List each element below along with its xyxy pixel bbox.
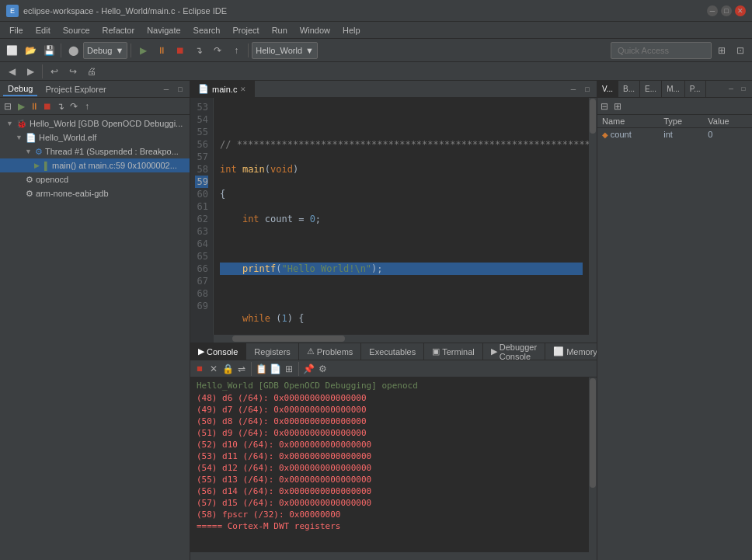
collapse-all-button[interactable]: ⊟: [2, 100, 14, 113]
tab-terminal[interactable]: ▣ Terminal: [424, 343, 483, 360]
console-settings-button[interactable]: ⚙: [316, 363, 329, 375]
step-over-button[interactable]: ↷: [209, 42, 226, 59]
col-type: Type: [659, 115, 703, 128]
right-minimize-button[interactable]: ─: [726, 84, 736, 95]
maximize-panel-button[interactable]: □: [174, 83, 186, 96]
tab-problems[interactable]: ⚠ Problems: [299, 343, 361, 360]
console-scroll-lock-button[interactable]: 🔒: [221, 363, 234, 375]
tab-variables[interactable]: V...: [597, 81, 618, 97]
editor-maximize-button[interactable]: □: [581, 83, 594, 96]
tab-debugger-console[interactable]: ▶ Debugger Console: [483, 343, 545, 360]
maximize-button[interactable]: □: [721, 5, 732, 16]
editor-minimize-button[interactable]: ─: [567, 83, 580, 96]
open-button[interactable]: 📂: [22, 42, 39, 59]
code-editor[interactable]: // *************************************…: [214, 98, 589, 335]
elf-expand-icon: ▼: [16, 134, 23, 141]
minimize-panel-button[interactable]: ─: [160, 83, 172, 96]
menu-item-run[interactable]: Run: [266, 22, 294, 39]
quick-access-input[interactable]: [611, 42, 712, 59]
right-h-scrollbar[interactable]: [597, 552, 752, 560]
tab-debug[interactable]: Debug: [3, 82, 37, 96]
redo-button[interactable]: ↪: [64, 63, 82, 80]
tab-breakpoints[interactable]: B...: [618, 81, 640, 97]
menu-item-navigate[interactable]: Navigate: [141, 22, 186, 39]
console-v-scrollbar[interactable]: [589, 377, 597, 560]
center-area: 📄 main.c ✕ ─ □ 5354555657 585960 6162636…: [190, 81, 597, 560]
close-button[interactable]: ✕: [735, 5, 746, 16]
editor-tab-bar: 📄 main.c ✕ ─ □: [190, 81, 597, 98]
project-dropdown[interactable]: Hello_World ▼: [252, 42, 318, 59]
tree-item-thread[interactable]: ▼ ⚙ Thread #1 (Suspended : Breakpo...: [0, 144, 190, 158]
new-button[interactable]: ⬜: [3, 42, 20, 59]
resume-button[interactable]: ▶: [134, 42, 151, 59]
editor-horizontal-scrollbar[interactable]: [190, 335, 597, 343]
tab-console[interactable]: ▶ Console: [190, 343, 246, 360]
editor-vertical-scrollbar[interactable]: [589, 98, 597, 335]
tab-processes[interactable]: P...: [685, 81, 706, 97]
menu-item-search[interactable]: Search: [187, 22, 227, 39]
project-dropdown-arrow: ▼: [305, 46, 314, 55]
debug-config-label: Debug: [87, 46, 112, 55]
console-output[interactable]: Hello_World [GDB OpenOCD Debugging] open…: [190, 377, 589, 552]
right-maximize-button[interactable]: □: [738, 84, 749, 95]
menu-item-source[interactable]: Source: [57, 22, 96, 39]
console-clear-button[interactable]: ✕: [207, 363, 220, 375]
minimize-button[interactable]: ─: [707, 5, 718, 16]
tab-modules[interactable]: M...: [662, 81, 685, 97]
debug-step-over-button[interactable]: ↷: [68, 100, 80, 113]
menu-item-window[interactable]: Window: [294, 22, 336, 39]
menu-item-refactor[interactable]: Refactor: [96, 22, 141, 39]
step-return-button[interactable]: ↑: [228, 42, 245, 59]
save-button[interactable]: 💾: [40, 42, 57, 59]
tree-item-hello-world-debug[interactable]: ▼ 🐞 Hello_World [GDB OpenOCD Debuggi...: [0, 117, 190, 130]
vars-collapse-button[interactable]: ⊟: [598, 100, 611, 113]
menu-item-edit[interactable]: Edit: [30, 22, 57, 39]
project-name-label: Hello_World: [256, 46, 302, 55]
tab-project-explorer[interactable]: Project Explorer: [40, 83, 110, 96]
console-select-all-button[interactable]: ⊞: [283, 363, 295, 375]
console-h-scrollbar[interactable]: [190, 552, 589, 560]
tree-item-main-frame[interactable]: ▶ ▌ main() at main.c:59 0x1000002...: [0, 158, 190, 172]
debug-suspend-button[interactable]: ⏸: [28, 100, 40, 113]
console-tab-label: Console: [207, 347, 238, 357]
debug-stop-button[interactable]: ⏹: [41, 100, 54, 113]
suspend-button[interactable]: ⏸: [153, 42, 170, 59]
tab-executables[interactable]: Executables: [361, 343, 424, 360]
print-button[interactable]: 🖨: [83, 63, 100, 80]
tab-expressions[interactable]: E...: [640, 81, 662, 97]
menu-item-project[interactable]: Project: [226, 22, 265, 39]
debug-step-into-button[interactable]: ↴: [54, 100, 67, 113]
tab-close-icon[interactable]: ✕: [240, 85, 246, 93]
stop-button[interactable]: ⏹: [172, 42, 189, 59]
bottom-tab-bar: ▶ Console Registers ⚠ Problems Executabl…: [190, 343, 597, 360]
debug-config-dropdown[interactable]: Debug ▼: [83, 42, 127, 59]
console-copy-button[interactable]: 📋: [255, 363, 267, 375]
debug-step-return-button[interactable]: ↑: [81, 100, 93, 113]
variable-row-count[interactable]: ◆ count int 0: [597, 128, 752, 141]
debug-resume-button[interactable]: ▶: [15, 100, 27, 113]
menu-item-file[interactable]: File: [3, 22, 30, 39]
tree-item-gdb[interactable]: ▶ ⚙ arm-none-eabi-gdb: [0, 186, 190, 200]
debug-prev-button[interactable]: ⬤: [64, 42, 82, 59]
vars-expand-button[interactable]: ⊞: [611, 100, 624, 113]
console-content: Hello_World [GDB OpenOCD Debugging] open…: [190, 377, 589, 560]
tab-label: main.c: [212, 85, 237, 94]
editor-tab-main-c[interactable]: 📄 main.c ✕: [190, 81, 255, 98]
var-icon-count: ◆: [602, 130, 611, 139]
open-perspective-button[interactable]: ⊡: [732, 42, 749, 59]
console-stop-button[interactable]: ⏹: [193, 363, 206, 375]
perspectives-button[interactable]: ⊞: [713, 42, 730, 59]
console-paste-button[interactable]: 📄: [269, 363, 281, 375]
tree-item-elf[interactable]: ▼ 📄 Hello_World.elf: [0, 130, 190, 144]
gdb-icon: ⚙: [26, 189, 33, 199]
forward-button[interactable]: ▶: [22, 63, 39, 80]
step-into-button[interactable]: ↴: [190, 42, 207, 59]
console-pin-button[interactable]: 📌: [302, 363, 315, 375]
undo-button[interactable]: ↩: [46, 63, 63, 80]
back-button[interactable]: ◀: [3, 63, 20, 80]
console-word-wrap-button[interactable]: ⇌: [235, 363, 248, 375]
tab-registers[interactable]: Registers: [246, 343, 298, 360]
menu-item-help[interactable]: Help: [336, 22, 367, 39]
tree-item-openocd[interactable]: ▶ ⚙ openocd: [0, 172, 190, 186]
toolbar-sep-2: [131, 43, 131, 57]
